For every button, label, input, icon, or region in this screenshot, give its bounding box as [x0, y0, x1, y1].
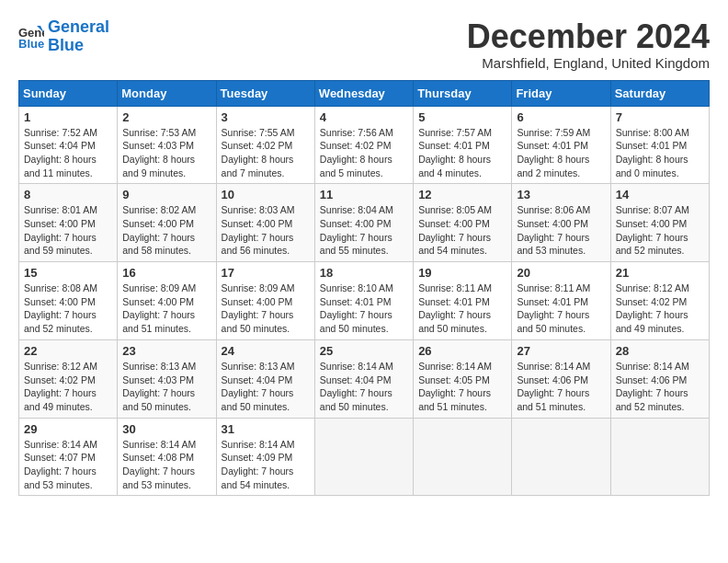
day-number: 21	[616, 266, 704, 280]
day-number: 20	[517, 266, 605, 280]
calendar-cell: 17Sunrise: 8:09 AM Sunset: 4:00 PM Dayli…	[216, 262, 314, 340]
svg-text:Blue: Blue	[18, 37, 44, 50]
calendar-cell: 22Sunrise: 8:12 AM Sunset: 4:02 PM Dayli…	[19, 339, 118, 418]
calendar-cell	[512, 418, 610, 496]
day-number: 2	[122, 110, 210, 124]
day-number: 22	[24, 344, 112, 358]
day-info: Sunrise: 8:12 AM Sunset: 4:02 PM Dayligh…	[616, 282, 704, 336]
calendar-table: SundayMondayTuesdayWednesdayThursdayFrid…	[18, 80, 710, 497]
day-info: Sunrise: 7:53 AM Sunset: 4:03 PM Dayligh…	[122, 126, 210, 180]
day-info: Sunrise: 8:12 AM Sunset: 4:02 PM Dayligh…	[24, 360, 112, 414]
day-info: Sunrise: 7:52 AM Sunset: 4:04 PM Dayligh…	[24, 126, 112, 180]
calendar-cell: 8Sunrise: 8:01 AM Sunset: 4:00 PM Daylig…	[19, 184, 118, 262]
calendar-cell: 24Sunrise: 8:13 AM Sunset: 4:04 PM Dayli…	[216, 339, 314, 418]
day-number: 24	[222, 344, 310, 358]
day-number: 4	[320, 110, 408, 124]
day-info: Sunrise: 8:14 AM Sunset: 4:06 PM Dayligh…	[517, 360, 605, 414]
day-number: 23	[122, 344, 210, 358]
calendar-body: 1Sunrise: 7:52 AM Sunset: 4:04 PM Daylig…	[19, 106, 710, 496]
month-title: December 2024	[467, 18, 710, 55]
calendar-cell: 15Sunrise: 8:08 AM Sunset: 4:00 PM Dayli…	[19, 262, 118, 340]
day-info: Sunrise: 8:13 AM Sunset: 4:04 PM Dayligh…	[222, 360, 310, 414]
day-number: 6	[517, 110, 605, 124]
day-info: Sunrise: 7:55 AM Sunset: 4:02 PM Dayligh…	[222, 126, 310, 180]
day-info: Sunrise: 8:10 AM Sunset: 4:01 PM Dayligh…	[320, 282, 408, 336]
calendar-cell: 26Sunrise: 8:14 AM Sunset: 4:05 PM Dayli…	[414, 339, 512, 418]
day-info: Sunrise: 8:14 AM Sunset: 4:05 PM Dayligh…	[418, 360, 506, 414]
day-info: Sunrise: 8:09 AM Sunset: 4:00 PM Dayligh…	[222, 282, 310, 336]
calendar-cell: 21Sunrise: 8:12 AM Sunset: 4:02 PM Dayli…	[610, 262, 709, 340]
day-number: 5	[418, 110, 506, 124]
day-number: 15	[24, 266, 112, 280]
calendar-week-4: 22Sunrise: 8:12 AM Sunset: 4:02 PM Dayli…	[19, 339, 710, 418]
day-number: 12	[418, 188, 506, 201]
calendar-week-2: 8Sunrise: 8:01 AM Sunset: 4:00 PM Daylig…	[19, 184, 710, 262]
calendar-header-row: SundayMondayTuesdayWednesdayThursdayFrid…	[19, 80, 710, 106]
calendar-cell: 28Sunrise: 8:14 AM Sunset: 4:06 PM Dayli…	[610, 339, 709, 418]
calendar-cell: 20Sunrise: 8:11 AM Sunset: 4:01 PM Dayli…	[512, 262, 610, 340]
day-number: 3	[222, 110, 310, 124]
calendar-week-1: 1Sunrise: 7:52 AM Sunset: 4:04 PM Daylig…	[19, 106, 710, 184]
calendar-cell: 19Sunrise: 8:11 AM Sunset: 4:01 PM Dayli…	[414, 262, 512, 340]
calendar-cell: 13Sunrise: 8:06 AM Sunset: 4:00 PM Dayli…	[512, 184, 610, 262]
day-info: Sunrise: 8:11 AM Sunset: 4:01 PM Dayligh…	[517, 282, 605, 336]
calendar-cell: 12Sunrise: 8:05 AM Sunset: 4:00 PM Dayli…	[414, 184, 512, 262]
day-number: 1	[24, 110, 112, 124]
day-info: Sunrise: 8:11 AM Sunset: 4:01 PM Dayligh…	[418, 282, 506, 336]
day-number: 7	[616, 110, 704, 124]
calendar-cell: 29Sunrise: 8:14 AM Sunset: 4:07 PM Dayli…	[19, 418, 118, 496]
calendar-cell: 14Sunrise: 8:07 AM Sunset: 4:00 PM Dayli…	[610, 184, 709, 262]
day-number: 26	[418, 344, 506, 358]
day-info: Sunrise: 8:14 AM Sunset: 4:04 PM Dayligh…	[320, 360, 408, 414]
day-info: Sunrise: 8:09 AM Sunset: 4:00 PM Dayligh…	[122, 282, 210, 336]
calendar-cell: 7Sunrise: 8:00 AM Sunset: 4:01 PM Daylig…	[610, 106, 709, 184]
calendar-cell: 11Sunrise: 8:04 AM Sunset: 4:00 PM Dayli…	[314, 184, 413, 262]
title-block: December 2024 Marshfield, England, Unite…	[467, 18, 710, 71]
day-number: 10	[222, 188, 310, 201]
calendar-cell: 30Sunrise: 8:14 AM Sunset: 4:08 PM Dayli…	[118, 418, 216, 496]
day-number: 27	[517, 344, 605, 358]
weekday-header-thursday: Thursday	[414, 80, 512, 106]
calendar-cell: 2Sunrise: 7:53 AM Sunset: 4:03 PM Daylig…	[118, 106, 216, 184]
day-number: 16	[122, 266, 210, 280]
day-info: Sunrise: 7:59 AM Sunset: 4:01 PM Dayligh…	[517, 126, 605, 180]
calendar-cell: 1Sunrise: 7:52 AM Sunset: 4:04 PM Daylig…	[19, 106, 118, 184]
day-info: Sunrise: 8:14 AM Sunset: 4:06 PM Dayligh…	[616, 360, 704, 414]
calendar-cell: 16Sunrise: 8:09 AM Sunset: 4:00 PM Dayli…	[118, 262, 216, 340]
calendar-cell: 4Sunrise: 7:56 AM Sunset: 4:02 PM Daylig…	[314, 106, 413, 184]
calendar-cell: 6Sunrise: 7:59 AM Sunset: 4:01 PM Daylig…	[512, 106, 610, 184]
day-info: Sunrise: 8:05 AM Sunset: 4:00 PM Dayligh…	[418, 203, 506, 258]
day-number: 18	[320, 266, 408, 280]
day-number: 11	[320, 188, 408, 201]
weekday-header-friday: Friday	[512, 80, 610, 106]
calendar-week-5: 29Sunrise: 8:14 AM Sunset: 4:07 PM Dayli…	[19, 418, 710, 496]
day-number: 25	[320, 344, 408, 358]
calendar-cell: 10Sunrise: 8:03 AM Sunset: 4:00 PM Dayli…	[216, 184, 314, 262]
logo: General Blue General Blue	[18, 18, 109, 55]
day-number: 17	[222, 266, 310, 280]
day-info: Sunrise: 8:13 AM Sunset: 4:03 PM Dayligh…	[122, 360, 210, 414]
calendar-week-3: 15Sunrise: 8:08 AM Sunset: 4:00 PM Dayli…	[19, 262, 710, 340]
day-info: Sunrise: 8:14 AM Sunset: 4:07 PM Dayligh…	[24, 438, 112, 492]
day-info: Sunrise: 8:02 AM Sunset: 4:00 PM Dayligh…	[122, 203, 210, 258]
weekday-header-sunday: Sunday	[19, 80, 118, 106]
day-number: 8	[24, 188, 112, 201]
day-info: Sunrise: 8:08 AM Sunset: 4:00 PM Dayligh…	[24, 282, 112, 336]
day-info: Sunrise: 8:14 AM Sunset: 4:08 PM Dayligh…	[122, 438, 210, 492]
logo-text: General Blue	[48, 18, 109, 55]
day-number: 28	[616, 344, 704, 358]
page-header: General Blue General Blue December 2024 …	[18, 18, 710, 71]
calendar-cell: 23Sunrise: 8:13 AM Sunset: 4:03 PM Dayli…	[118, 339, 216, 418]
weekday-header-saturday: Saturday	[610, 80, 709, 106]
logo-icon: General Blue	[18, 24, 44, 50]
calendar-cell: 18Sunrise: 8:10 AM Sunset: 4:01 PM Dayli…	[314, 262, 413, 340]
day-info: Sunrise: 7:57 AM Sunset: 4:01 PM Dayligh…	[418, 126, 506, 180]
calendar-cell: 31Sunrise: 8:14 AM Sunset: 4:09 PM Dayli…	[216, 418, 314, 496]
weekday-header-monday: Monday	[118, 80, 216, 106]
day-info: Sunrise: 8:01 AM Sunset: 4:00 PM Dayligh…	[24, 203, 112, 258]
calendar-cell: 9Sunrise: 8:02 AM Sunset: 4:00 PM Daylig…	[118, 184, 216, 262]
calendar-cell	[610, 418, 709, 496]
day-number: 30	[122, 422, 210, 436]
day-info: Sunrise: 8:14 AM Sunset: 4:09 PM Dayligh…	[222, 438, 310, 492]
day-info: Sunrise: 8:06 AM Sunset: 4:00 PM Dayligh…	[517, 203, 605, 258]
